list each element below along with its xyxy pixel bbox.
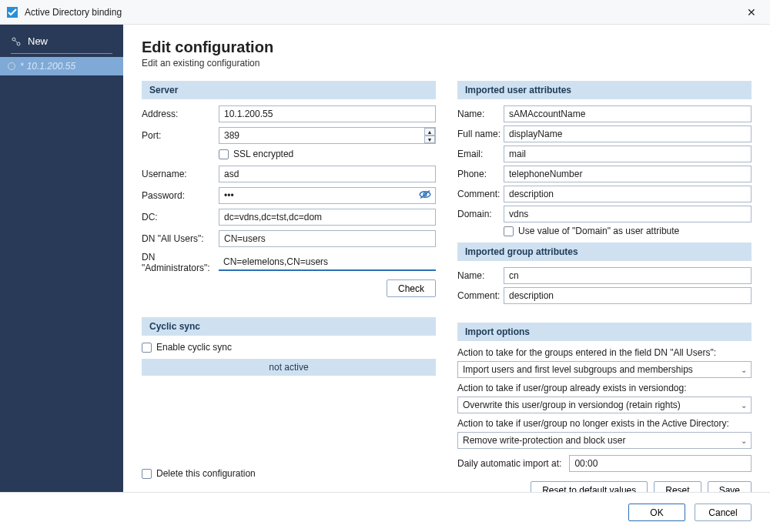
import-q1-select[interactable]: Import users and first level subgroups a…: [457, 361, 752, 378]
attr-phone-input[interactable]: [504, 166, 752, 182]
attr-domain-input[interactable]: [504, 206, 752, 223]
svg-line-3: [15, 40, 18, 42]
import-q1-value: Import users and first level subgroups a…: [463, 364, 693, 375]
import-q3-value: Remove write-protection and block user: [463, 435, 625, 446]
domain-as-attr-label: Use value of "Domain" as user attribute: [518, 226, 679, 236]
address-label: Address:: [142, 109, 219, 119]
import-opts-header: Import options: [457, 323, 752, 341]
dc-input[interactable]: [219, 209, 436, 226]
ssl-checkbox[interactable]: [219, 149, 229, 159]
attr-email-input[interactable]: [504, 146, 752, 162]
delete-config-checkbox[interactable]: [142, 469, 152, 479]
daily-import-input[interactable]: [569, 455, 752, 472]
address-input[interactable]: [219, 105, 436, 122]
server-header: Server: [142, 81, 436, 99]
reveal-password-icon[interactable]: [419, 190, 431, 202]
group-comment-input[interactable]: [504, 287, 752, 304]
password-label: Password:: [142, 190, 219, 201]
content-area: Edit configuration Edit an existing conf…: [123, 25, 770, 492]
port-spin-down[interactable]: ▼: [424, 136, 435, 143]
import-q2-select[interactable]: Overwrite this user/group in versiondog …: [457, 396, 752, 413]
user-attrs-header: Imported user attributes: [457, 81, 752, 99]
sidebar-new-label: New: [28, 35, 48, 47]
delete-config-label: Delete this configuration: [156, 468, 256, 479]
port-input[interactable]: [219, 127, 436, 144]
ok-button[interactable]: OK: [628, 504, 685, 521]
enable-cyclic-label: Enable cyclic sync: [156, 342, 232, 353]
page-subtitle: Edit an existing configuration: [142, 58, 752, 69]
dn-users-input[interactable]: [219, 230, 436, 247]
attr-comment-input[interactable]: [504, 186, 752, 202]
page-title: Edit configuration: [142, 38, 752, 56]
attr-fullname-input[interactable]: [504, 125, 752, 142]
check-button[interactable]: Check: [387, 279, 436, 297]
dn-admins-label: DN "Administrators":: [142, 252, 219, 273]
password-input[interactable]: [219, 187, 436, 204]
group-comment-label: Comment:: [457, 290, 504, 301]
dn-admins-input[interactable]: [219, 254, 436, 271]
cyclic-header: Cyclic sync: [142, 317, 436, 336]
dialog-footer: OK Cancel: [0, 492, 770, 532]
group-name-label: Name:: [457, 270, 504, 281]
attr-domain-label: Domain:: [457, 209, 504, 219]
reset-button[interactable]: Reset: [654, 481, 701, 492]
window-title: Active Directory binding: [25, 7, 739, 18]
ssl-label: SSL encrypted: [233, 149, 293, 159]
sidebar: New * 10.1.200.55: [0, 25, 123, 492]
attr-name-label: Name:: [457, 109, 504, 119]
close-icon[interactable]: ✕: [739, 6, 764, 18]
sidebar-divider: [11, 53, 112, 54]
sidebar-item-config[interactable]: * 10.1.200.55: [0, 57, 123, 75]
import-q3-select[interactable]: Remove write-protection and block user ⌄: [457, 432, 752, 449]
attr-email-label: Email:: [457, 149, 504, 159]
group-name-input[interactable]: [504, 267, 752, 284]
cancel-button[interactable]: Cancel: [695, 504, 752, 521]
svg-point-2: [17, 42, 20, 45]
attr-phone-label: Phone:: [457, 169, 504, 179]
enable-cyclic-checkbox[interactable]: [142, 343, 152, 353]
dn-users-label: DN "All Users":: [142, 233, 219, 244]
group-attrs-header: Imported group attributes: [457, 243, 752, 261]
dc-label: DC:: [142, 212, 219, 223]
titlebar: Active Directory binding ✕: [0, 0, 770, 25]
daily-import-label: Daily automatic import at:: [457, 458, 561, 469]
import-q2-label: Action to take if user/group already exi…: [457, 383, 752, 393]
save-button[interactable]: Save: [708, 481, 752, 492]
sidebar-new-button[interactable]: New: [0, 35, 123, 53]
new-icon: [11, 36, 22, 47]
domain-as-attr-checkbox[interactable]: [504, 226, 514, 236]
sidebar-item-label: 10.1.200.55: [27, 61, 75, 72]
import-q3-label: Action to take if user/group no longer e…: [457, 418, 752, 429]
attr-fullname-label: Full name:: [457, 129, 504, 139]
port-label: Port:: [142, 130, 219, 141]
svg-point-1: [12, 38, 15, 41]
username-label: Username:: [142, 169, 219, 179]
attr-comment-label: Comment:: [457, 189, 504, 199]
app-icon: [6, 6, 18, 18]
import-q2-value: Overwrite this user/group in versiondog …: [463, 400, 681, 410]
attr-name-input[interactable]: [504, 105, 752, 122]
port-spin-up[interactable]: ▲: [424, 128, 435, 136]
dirty-marker: *: [20, 61, 24, 72]
cyclic-status: not active: [142, 359, 436, 376]
import-q1-label: Action to take for the groups entered in…: [457, 347, 752, 358]
status-dot-icon: [8, 62, 15, 70]
username-input[interactable]: [219, 166, 436, 182]
reset-defaults-button[interactable]: Reset to default values: [531, 481, 648, 492]
